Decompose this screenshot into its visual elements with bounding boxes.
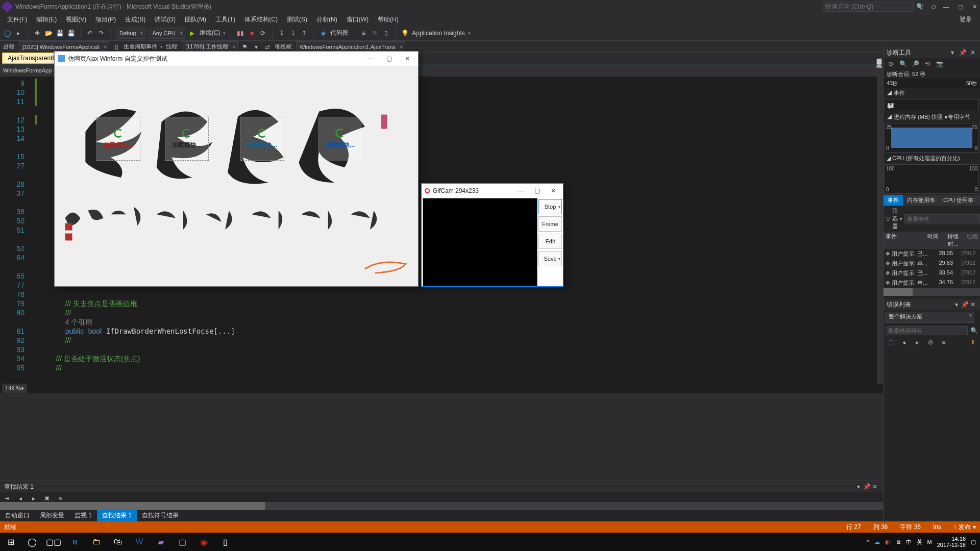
close-button[interactable]: ✕: [972, 4, 977, 10]
start-button[interactable]: ⊞: [0, 533, 21, 551]
event-row[interactable]: ◆用户提示: 已...33.54[7912: [884, 268, 980, 278]
save-icon[interactable]: 💾: [56, 29, 64, 37]
lifecycle-label[interactable]: 生命周期事件: [124, 43, 157, 51]
step-into-icon[interactable]: ↧: [278, 29, 286, 37]
restart-icon[interactable]: ⟳: [259, 29, 267, 37]
menu-analyze[interactable]: 分析(N): [312, 14, 341, 25]
codemap-button[interactable]: 代码图: [330, 29, 349, 37]
panel-pin-icon[interactable]: 📌: [863, 483, 871, 491]
gifcam-min-button[interactable]: —: [514, 187, 527, 194]
codemap-icon[interactable]: ◈: [319, 29, 327, 37]
tray-notifications-icon[interactable]: ▢: [971, 539, 976, 545]
maximize-button[interactable]: ▢: [958, 4, 963, 10]
err-next-icon[interactable]: ▸: [913, 338, 921, 346]
cpu-header[interactable]: CPU (所有处理器的百分比): [892, 155, 960, 161]
publish-button[interactable]: ↑ 发布 ▾: [953, 523, 976, 532]
menu-test[interactable]: 测试(S): [283, 14, 311, 25]
thread-filter-icon[interactable]: ▾: [252, 43, 260, 51]
err-prev-icon[interactable]: ◂: [900, 338, 908, 346]
redo-icon[interactable]: ↷: [97, 29, 105, 37]
diag-zoom-in-icon[interactable]: 🔍: [899, 60, 907, 68]
diag-pin-icon[interactable]: 📌: [959, 48, 967, 57]
tray-chevron-icon[interactable]: ^: [866, 539, 869, 545]
word-icon[interactable]: W: [129, 533, 150, 551]
explorer-icon[interactable]: 🗀: [86, 533, 107, 551]
tray-ime-1[interactable]: 中: [906, 538, 912, 546]
errlist-pin-icon[interactable]: 📌: [961, 300, 969, 309]
diag-tab-cpu[interactable]: CPU 使用率: [939, 195, 977, 206]
open-icon[interactable]: 📂: [44, 29, 53, 37]
errlist-search-input[interactable]: [886, 326, 968, 335]
ajax-btn-3[interactable]: 加载模块...: [248, 141, 277, 149]
tray-onedrive-icon[interactable]: ☁: [874, 539, 880, 545]
tab-autos[interactable]: 自动窗口: [0, 510, 35, 521]
panel-close-icon[interactable]: ✕: [871, 483, 879, 491]
zoom-combo[interactable]: 149 % ▾: [2, 384, 27, 393]
comment-icon[interactable]: ≡: [359, 29, 368, 37]
diag-zoom-out-icon[interactable]: 🔎: [911, 60, 919, 68]
config-combo[interactable]: Debug: [116, 28, 145, 39]
diag-snapshot-icon[interactable]: 📷: [936, 60, 944, 68]
gifcam-frame-button[interactable]: Frame: [538, 216, 562, 232]
diag-dropdown-icon[interactable]: ▾: [948, 48, 957, 57]
goto-icon[interactable]: ➜: [3, 494, 11, 503]
store-icon[interactable]: 🛍: [107, 533, 129, 551]
cpu-chart[interactable]: 10010000: [885, 164, 979, 194]
err-clear-icon[interactable]: ⊘: [926, 338, 935, 346]
tray-network-icon[interactable]: 🖥: [895, 539, 901, 545]
event-row[interactable]: ◆用户提示: 单...29.63[7912: [884, 259, 980, 268]
thread-flag-icon[interactable]: ⚑: [241, 43, 249, 51]
insights-button[interactable]: Application Insights: [412, 30, 464, 37]
gifcam-max-button[interactable]: ▢: [530, 187, 544, 194]
events-track[interactable]: ▮▮◆: [885, 99, 979, 111]
list-icon[interactable]: ≡: [56, 494, 64, 503]
menu-team[interactable]: 团队(M): [181, 14, 210, 25]
ajax-btn-4[interactable]: 加载模块...: [325, 141, 355, 149]
col-thread[interactable]: 线程: [961, 233, 978, 248]
memory-header[interactable]: 进程内存 (MB) 快照 ●专用字节: [894, 114, 970, 120]
continue-icon[interactable]: ▶: [188, 29, 197, 37]
menu-project[interactable]: 项目(P): [91, 14, 120, 25]
err-goto-icon[interactable]: ⬚: [887, 338, 895, 346]
err-vcs-icon[interactable]: ⬆: [969, 338, 977, 346]
nav-fwd-icon[interactable]: ▸: [14, 29, 22, 37]
thread-switch-icon[interactable]: ⇄: [263, 43, 272, 51]
gifcam-stop-button[interactable]: Stop: [538, 199, 562, 214]
tray-time[interactable]: 14:16: [937, 536, 966, 542]
platform-combo[interactable]: Any CPU: [149, 28, 185, 39]
minimize-button[interactable]: —: [943, 4, 949, 10]
ajax-btn-1[interactable]: 加载模块...: [104, 141, 133, 149]
new-icon[interactable]: ✚: [33, 29, 41, 37]
edge-icon[interactable]: e: [64, 533, 86, 551]
tray-date[interactable]: 2017-12-18: [937, 542, 966, 548]
menu-debug[interactable]: 调试(D): [151, 14, 180, 25]
save-all-icon[interactable]: 💾: [67, 29, 75, 37]
prev-icon[interactable]: ◂: [16, 494, 24, 503]
panel-dropdown-icon[interactable]: ▾: [854, 483, 863, 491]
step-out-icon[interactable]: ↥: [300, 29, 308, 37]
col-event[interactable]: 事件: [886, 233, 919, 248]
sign-in-button[interactable]: 登录: [955, 14, 977, 25]
panel-scroll-h[interactable]: [0, 502, 883, 510]
ajax-close-button[interactable]: ✕: [400, 55, 415, 62]
ajax-max-button[interactable]: ▢: [381, 55, 397, 62]
nav-back-icon[interactable]: ◯: [3, 29, 11, 37]
filter-label[interactable]: 筛选器: [892, 207, 898, 230]
col-time[interactable]: 时间: [921, 233, 939, 248]
tab-find-results[interactable]: 查找结果 1: [97, 510, 137, 521]
err-build-icon[interactable]: ≡: [940, 338, 948, 346]
search-icon[interactable]: 🔍: [916, 3, 924, 11]
tray-ime-2[interactable]: 英: [917, 538, 922, 546]
menu-window[interactable]: 窗口(W): [342, 14, 373, 25]
menu-edit[interactable]: 编辑(E): [32, 14, 61, 25]
filter-icon[interactable]: ▽: [886, 215, 890, 223]
menu-arch[interactable]: 体系结构(C): [240, 14, 282, 25]
diag-close-icon[interactable]: ✕: [969, 48, 977, 57]
diag-tab-memory[interactable]: 内存使用率: [903, 195, 939, 206]
uncomment-icon[interactable]: ≣: [371, 29, 379, 37]
tray-security-icon[interactable]: ◐: [885, 539, 890, 545]
errlist-close-icon[interactable]: ✕: [969, 300, 977, 309]
memory-chart[interactable]: 252500: [885, 123, 979, 153]
feedback-icon[interactable]: ☺: [930, 3, 937, 11]
diag-select-icon[interactable]: ⊙: [887, 60, 895, 68]
